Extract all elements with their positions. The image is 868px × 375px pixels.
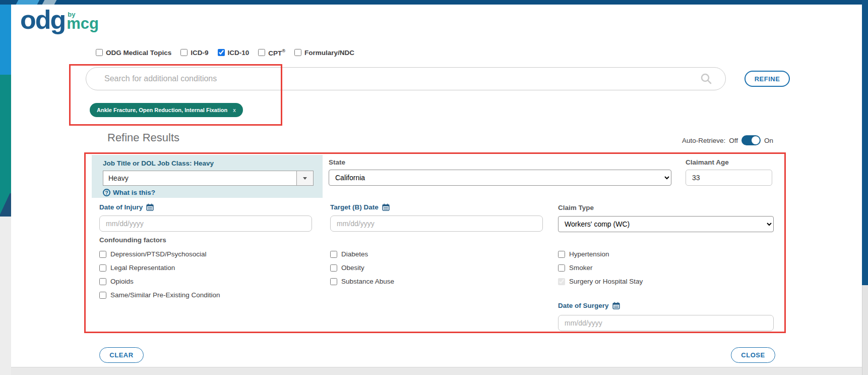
calendar-icon[interactable] [382,203,390,211]
left-strip-navy-wedge [0,193,11,217]
odg-refine-screen: odg by mcg ODG Medical Topics ICD-9 ICD-… [0,0,868,375]
left-strip-teal-segment [0,75,11,193]
what-is-this-label: What is this? [113,189,155,196]
odg-by-mcg-logo: odg by mcg [20,9,99,31]
right-strip-gray-segment [862,285,868,375]
filter-odg-medical-topics[interactable]: ODG Medical Topics [96,49,171,57]
filter-label: ICD-9 [191,49,208,57]
opioids-checkbox[interactable] [99,278,106,285]
condition-search-bar [86,67,726,90]
refine-results-title: Refine Results [107,131,179,144]
filter-icd-9[interactable]: ICD-9 [180,49,208,57]
auto-retrieve-off-label: Off [729,137,738,144]
state-select[interactable]: California [329,170,671,186]
what-is-this-link[interactable]: ? What is this? [103,189,323,196]
icd-10-checkbox[interactable] [218,49,225,56]
factor-substance-abuse[interactable]: Substance Abuse [330,278,394,285]
pre-existing-condition-checkbox[interactable] [99,292,106,299]
claim-type-label: Claim Type [558,204,594,211]
registered-trademark-symbol: ® [282,48,285,53]
left-strip-gray-segment [0,217,11,375]
job-class-combobox[interactable]: Heavy [103,171,314,186]
job-class-dropdown-button[interactable] [296,171,313,185]
cpt-checkbox[interactable] [258,49,265,56]
auto-retrieve-on-label: On [764,137,773,144]
top-brand-bar [0,0,868,5]
date-of-surgery-label: Date of Surgery [558,302,620,309]
right-strip-blue-segment [862,0,868,285]
claimant-age-label: Claimant Age [686,158,729,166]
content-type-filter-row: ODG Medical Topics ICD-9 ICD-10 CPT® For… [96,48,354,57]
selected-condition-tag[interactable]: Ankle Fracture, Open Reduction, Internal… [90,103,243,117]
icd-9-checkbox[interactable] [180,49,188,56]
filter-cpt[interactable]: CPT® [258,48,285,57]
hypertension-checkbox[interactable] [558,251,565,258]
depression-checkbox[interactable] [99,251,106,258]
factor-surgery-or-hospital-stay[interactable]: Surgery or Hospital Stay [558,278,643,285]
factor-depression-ptsd-psychosocial[interactable]: Depression/PTSD/Psychosocial [99,250,207,258]
close-button[interactable]: CLOSE [731,347,775,363]
diabetes-checkbox[interactable] [330,251,337,258]
factor-obesity[interactable]: Obesity [330,264,364,272]
filter-label: Formulary/NDC [304,49,354,57]
date-of-surgery-input[interactable] [558,315,774,331]
factor-opioids[interactable]: Opioids [99,278,134,285]
toggle-knob [752,136,760,144]
condition-tag-label: Ankle Fracture, Open Reduction, Internal… [97,107,227,113]
refine-button[interactable]: REFINE [745,71,790,87]
auto-retrieve-label: Auto-Retrieve: [682,137,725,144]
target-date-label: Target (B) Date [330,203,390,211]
remove-condition-icon[interactable]: x [233,107,236,113]
job-class-value[interactable]: Heavy [103,171,296,185]
smoker-checkbox[interactable] [558,264,565,272]
top-bar-accent-shape [16,0,40,5]
claim-type-select[interactable]: Workers' comp (WC) [558,216,774,232]
right-brand-strip [862,0,868,375]
condition-search-input[interactable] [86,74,700,83]
filter-label: ODG Medical Topics [106,49,171,57]
auto-retrieve-control: Auto-Retrieve: Off On [682,135,773,145]
formulary-ndc-checkbox[interactable] [294,49,301,56]
question-circle-icon: ? [103,189,110,196]
date-of-injury-label: Date of Injury [99,203,154,211]
logo-mcg-text: mcg [67,17,99,31]
top-bar-accent-shape [42,0,57,5]
filter-formulary-ndc[interactable]: Formulary/NDC [294,49,354,57]
factor-diabetes[interactable]: Diabetes [330,250,368,258]
job-class-panel: Job Title or DOL Job Class: Heavy Heavy … [92,155,323,198]
odg-medical-topics-checkbox[interactable] [96,49,103,56]
calendar-icon[interactable] [612,302,620,309]
calendar-icon[interactable] [146,203,154,211]
date-of-injury-input[interactable] [99,216,312,232]
factor-same-similar-pre-existing[interactable]: Same/Similar Pre-Existing Condition [99,291,220,299]
confounding-factors-label: Confounding factors [99,236,166,244]
auto-retrieve-toggle[interactable] [741,135,761,145]
left-brand-strip [0,5,11,375]
factor-legal-representation[interactable]: Legal Representation [99,264,175,272]
filter-label: ICD-10 [228,49,250,57]
logo-odg-text: odg [20,9,65,31]
job-class-label: Job Title or DOL Job Class: Heavy [103,159,323,167]
bottom-page-edge [11,367,862,375]
clear-button[interactable]: CLEAR [99,347,144,363]
factor-hypertension[interactable]: Hypertension [558,250,609,258]
target-date-input[interactable] [330,216,543,232]
caret-down-icon [303,177,307,180]
substance-abuse-checkbox[interactable] [330,278,337,285]
surgery-hospital-stay-checkbox [558,278,565,285]
legal-representation-checkbox[interactable] [99,264,106,272]
left-strip-blue-segment [0,5,11,75]
search-icon[interactable] [700,73,712,85]
filter-label: CPT® [268,48,285,57]
obesity-checkbox[interactable] [330,264,337,272]
state-label: State [329,158,345,166]
claimant-age-input[interactable] [686,170,772,186]
factor-smoker[interactable]: Smoker [558,264,593,272]
filter-icd-10[interactable]: ICD-10 [218,49,250,57]
